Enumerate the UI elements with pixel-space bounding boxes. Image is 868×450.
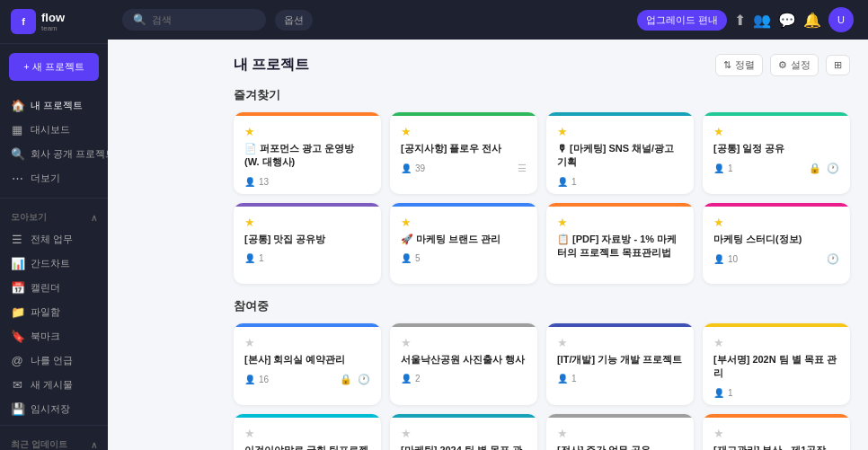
card-star[interactable]: ★ (713, 336, 839, 349)
card-star[interactable]: ★ (557, 336, 683, 349)
card-star[interactable]: ★ (557, 216, 683, 229)
card-title: [마케팅] 2024 팀 별 목표 관리 (401, 444, 527, 450)
option-button[interactable]: 옵션 (275, 10, 313, 31)
card-members: 👤10 (713, 254, 738, 264)
project-card[interactable]: ★마케팅 스터디(정보)👤10🕐 (703, 203, 850, 284)
card-footer: 👤39☰ (401, 163, 527, 174)
card-star[interactable]: ★ (401, 216, 527, 229)
more-icon: ⋯ (11, 172, 23, 185)
card-members: 👤1 (557, 374, 577, 384)
card-title: [공지사항] 플로우 전사 (401, 142, 527, 155)
settings-button[interactable]: ⚙ 설정 (770, 54, 819, 76)
card-star[interactable]: ★ (244, 216, 370, 229)
card-star[interactable]: ★ (401, 125, 527, 138)
group-recent-label: 최근 업데이트 ∧ (0, 429, 108, 450)
sidebar-item-my-project[interactable]: 🏠 내 프로젝트 (0, 93, 108, 118)
card-body: ★서울낙산공원 사진출사 행사👤2 (390, 327, 537, 391)
sidebar-item-file[interactable]: 📁 파일함 (0, 300, 108, 324)
card-body: ★[재고관리] 부산 - 제1공장 (703, 418, 850, 450)
people-icon[interactable]: 👥 (753, 12, 771, 29)
project-card[interactable]: ★[본사] 회의실 예약관리👤16🔒🕐 (234, 323, 381, 405)
post-icon: ✉ (11, 378, 23, 392)
card-star[interactable]: ★ (557, 427, 683, 440)
card-body: ★이것이야말로 굽힌 팀프로젝트이지! (234, 418, 381, 450)
topbar: 🔍 옵션 업그레이드 편내 ⬆ 👥 💬 🔔 U (108, 0, 868, 40)
sort-button[interactable]: ⇅ 정렬 (715, 54, 763, 76)
member-icon: 👤 (401, 253, 412, 263)
sidebar-item-bookmark[interactable]: 🔖 북마크 (0, 324, 108, 349)
card-icons: 🕐 (827, 253, 839, 265)
sidebar-item-more[interactable]: ⋯ 더보기 (0, 166, 108, 190)
calendar-icon: 📅 (11, 281, 23, 295)
member-count: 5 (415, 253, 421, 263)
card-footer: 👤5 (401, 253, 527, 263)
member-count: 1 (728, 163, 733, 173)
card-star[interactable]: ★ (401, 427, 527, 440)
upload-icon[interactable]: ⬆ (734, 12, 746, 29)
member-icon: 👤 (557, 177, 568, 187)
project-card[interactable]: ★[IT/개발] 기능 개발 프로젝트👤1 (546, 323, 694, 405)
card-members: 👤16 (244, 375, 269, 384)
search-input[interactable] (152, 14, 242, 25)
card-star[interactable]: ★ (557, 125, 683, 138)
search-bar[interactable]: 🔍 (122, 9, 266, 31)
search-icon: 🔍 (133, 13, 146, 26)
project-card[interactable]: ★[공지사항] 플로우 전사👤39☰ (390, 112, 537, 194)
card-body: ★📄 퍼포먼스 광고 운영방 (W. 대행사)👤13 (234, 116, 381, 194)
card-footer: 👤16🔒🕐 (244, 374, 370, 385)
member-count: 1 (571, 177, 577, 187)
project-card[interactable]: ★[전사] 주간 업무 공유 (546, 414, 694, 450)
member-icon: 👤 (557, 374, 568, 384)
member-count: 1 (259, 253, 264, 263)
card-star[interactable]: ★ (713, 216, 839, 229)
project-card[interactable]: ★📋 [PDF] 자료방 - 1% 마케터의 프로젝트 목표관리법 (546, 203, 694, 284)
sidebar-item-gantt[interactable]: 📊 간드차트 (0, 251, 108, 276)
project-card[interactable]: ★[재고관리] 부산 - 제1공장 (703, 414, 850, 450)
upgrade-button[interactable]: 업그레이드 편내 (637, 10, 727, 31)
sidebar-item-new-post[interactable]: ✉ 새 게시물 (0, 373, 108, 397)
page-title: 내 프로젝트 ⇅ 정렬 ⚙ 설정 ⊞ (234, 54, 850, 76)
project-card[interactable]: ★서울낙산공원 사진출사 행사👤2 (390, 323, 537, 405)
project-card[interactable]: ★[공통] 맛집 공유방👤1 (234, 203, 381, 284)
member-icon: 👤 (244, 375, 255, 384)
sidebar-item-dashboard[interactable]: ▦ 대시보드 (0, 118, 108, 142)
card-title: 📋 [PDF] 자료방 - 1% 마케터의 프로젝트 목표관리법 (557, 233, 683, 260)
clock-icon: 🕐 (358, 374, 370, 385)
card-star[interactable]: ★ (401, 336, 527, 349)
card-footer: 👤1 (244, 253, 370, 263)
project-card[interactable]: ★[공통] 일정 공유👤1🔒🕐 (703, 112, 850, 194)
project-card[interactable]: ★[부서명] 202N 팀 별 목표 관리👤1 (703, 323, 850, 405)
card-star[interactable]: ★ (713, 125, 839, 138)
sidebar-item-temp-save[interactable]: 💾 임시저장 (0, 397, 108, 421)
chat-icon[interactable]: 💬 (778, 12, 796, 29)
project-card[interactable]: ★이것이야말로 굽힌 팀프로젝트이지! (234, 414, 381, 450)
member-icon: 👤 (713, 254, 724, 264)
card-star[interactable]: ★ (244, 336, 370, 349)
section-0: 즐겨찾기★📄 퍼포먼스 광고 운영방 (W. 대행사)👤13★[공지사항] 플로… (234, 87, 850, 284)
sidebar-item-mention[interactable]: @ 나를 언급 (0, 349, 108, 373)
card-members: 👤39 (401, 163, 425, 173)
grid-view-button[interactable]: ⊞ (826, 55, 850, 75)
bell-icon[interactable]: 🔔 (803, 12, 821, 29)
project-card[interactable]: ★🎙 [마케팅] SNS 채널/광고 기획👤1 (546, 112, 694, 194)
project-card[interactable]: ★[마케팅] 2024 팀 별 목표 관리 (390, 414, 537, 450)
card-title: [본사] 회의실 예약관리 (244, 353, 370, 366)
card-title: 마케팅 스터디(정보) (713, 233, 839, 246)
home-icon: 🏠 (11, 99, 23, 112)
card-star[interactable]: ★ (244, 125, 370, 138)
project-card[interactable]: ★📄 퍼포먼스 광고 운영방 (W. 대행사)👤13 (234, 112, 381, 194)
sidebar-item-calendar[interactable]: 📅 캘린더 (0, 276, 108, 300)
sidebar-item-all-work[interactable]: ☰ 전체 업무 (0, 227, 108, 251)
card-footer: 👤2 (401, 374, 527, 384)
card-star[interactable]: ★ (713, 427, 839, 440)
file-icon: 📁 (11, 305, 23, 319)
card-icons: ☰ (518, 163, 527, 174)
project-card[interactable]: ★🚀 마케팅 브랜드 관리👤5 (390, 203, 537, 284)
member-icon: 👤 (244, 177, 255, 187)
card-star[interactable]: ★ (244, 427, 370, 440)
new-project-button[interactable]: + 새 프로젝트 (9, 53, 99, 81)
sidebar-item-company-project[interactable]: 🔍 회사 공개 프로젝트 (0, 142, 108, 166)
logo-icon: f (11, 9, 36, 34)
group-browse-label: 모아보기 ∧ (0, 202, 108, 227)
user-avatar[interactable]: U (828, 7, 854, 32)
